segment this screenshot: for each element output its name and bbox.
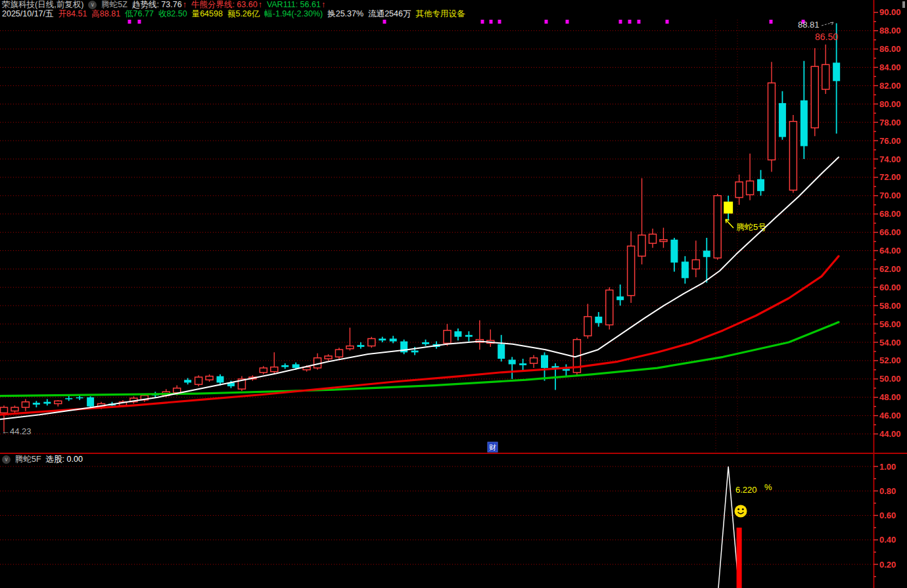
sub-indicator-value: 选股: 0.00 [46,455,83,464]
ma-line-牛熊分界线 [0,256,839,415]
up-arrow: ↑ [258,0,262,9]
svg-text:60.00: 60.00 [879,283,901,292]
pink-signal-dot [498,20,501,24]
pink-signal-dot [628,20,632,24]
pink-signal-dot [638,20,641,24]
candles [1,23,841,432]
sub-pct-label: % [764,482,772,492]
indicator-name: 腾蛇5Z [101,0,128,9]
change-field: 幅-1.94(-2.30%) [264,9,323,18]
chart-canvas[interactable]: 6.220%44.0046.0048.0050.0052.0054.0056.0… [0,0,907,588]
low-field: 低76.77 [125,9,154,18]
svg-text:50.00: 50.00 [879,374,901,384]
sub-red-bar [737,528,742,588]
amount-field: 额5.26亿 [227,9,260,18]
svg-text:52.00: 52.00 [879,355,901,365]
svg-text:46.00: 46.00 [879,411,901,420]
pink-signal-dot [545,20,548,24]
svg-text:44.00: 44.00 [879,429,901,439]
svg-text:82.00: 82.00 [879,81,901,91]
pink-signal-dot [490,20,493,24]
prev-high-label: 86.50 [815,32,838,42]
svg-text:56.00: 56.00 [879,319,901,329]
svg-text:84.00: 84.00 [879,62,901,72]
svg-text:62.00: 62.00 [879,264,901,274]
quote-bar: 2025/10/17/五开84.51高88.81低76.77收82.50量645… [2,9,469,18]
svg-text:72.00: 72.00 [879,172,901,182]
pink-signal-dot [566,20,569,24]
svg-text:0.40: 0.40 [879,535,896,545]
up-arrow: ↑ [183,0,187,9]
high-label: 88.81 [798,20,820,30]
pink-signal-dot [128,20,131,24]
sub-indicator-name: 腾蛇5F [15,455,41,464]
indicator-dropdown-chevron-down-icon[interactable]: ∨ [88,1,97,9]
volume-field: 量64598 [192,9,223,18]
var111-value: VAR111: 56.61 [267,0,321,9]
svg-text:66.00: 66.00 [879,227,901,237]
pink-signal-dot [619,20,622,24]
signal-label: 腾蛇5号 [736,222,766,232]
svg-text:68.00: 68.00 [879,209,901,219]
yellow-signal-marker [724,202,733,214]
svg-text:0.20: 0.20 [879,560,896,570]
svg-text:90.00: 90.00 [879,7,901,17]
svg-text:58.00: 58.00 [879,301,901,311]
ma-lines [0,157,839,419]
scrollbar-grip[interactable] [902,1,905,8]
svg-text:78.00: 78.00 [879,118,901,127]
svg-text:74.00: 74.00 [879,154,901,164]
pink-signal-dot [383,20,386,24]
sub-panel-header: ∨ 腾蛇5F 选股: 0.00 [2,455,83,464]
chevron-down-icon[interactable]: ∨ [2,455,11,464]
sub-panel: 6.220% [0,466,873,588]
low-label: ←44.23 [1,426,32,436]
sub-value-label: 6.220 [735,485,757,495]
svg-text:88.00: 88.00 [879,26,901,35]
title-bar: 荣旗科技(日线,前复权)∨腾蛇5Z趋势线: 73.76↑牛熊分界线: 63.60… [2,0,330,9]
bull-bear-line-value: 牛熊分界线: 63.60 [191,0,258,9]
close-field: 收82.50 [158,9,187,18]
pink-signal-dot [666,20,669,24]
industry-field: 其他专用设备 [415,9,465,18]
svg-text:0.80: 0.80 [879,486,896,496]
svg-text:70.00: 70.00 [879,191,901,200]
trend-line-value: 趋势线: 73.76 [132,0,182,9]
svg-text:1.00: 1.00 [879,462,896,472]
up-arrow: ↑ [321,0,325,9]
svg-text:54.00: 54.00 [879,338,901,348]
stock-chart-window: { "header": { "row1": [ {"text":"荣旗科技(日线… [0,0,907,588]
pink-signal-dot [770,20,773,24]
float-shares-field: 流通2546万 [368,9,411,18]
ma-line-VAR111 [0,322,839,396]
turnover-field: 换25.37% [327,9,363,18]
high-field: 高88.81 [91,9,120,18]
svg-text:48.00: 48.00 [879,392,901,402]
svg-text:0.60: 0.60 [879,510,896,520]
svg-text:76.00: 76.00 [879,136,901,146]
pink-signal-dot [138,20,141,24]
signal-arrow-icon [726,219,733,228]
svg-text:财: 财 [489,443,496,451]
stock-title: 荣旗科技(日线,前复权) [2,0,83,9]
annotations: 88.8186.50←44.23腾蛇5号财 [1,20,838,452]
svg-text:64.00: 64.00 [879,246,901,256]
gridlines [0,20,873,452]
smiley-icon [735,505,747,518]
svg-text:86.00: 86.00 [879,44,901,54]
svg-text:80.00: 80.00 [879,99,901,109]
date-field: 2025/10/17/五 [2,9,54,18]
pink-signal-dot [481,20,484,24]
open-field: 开84.51 [58,9,87,18]
